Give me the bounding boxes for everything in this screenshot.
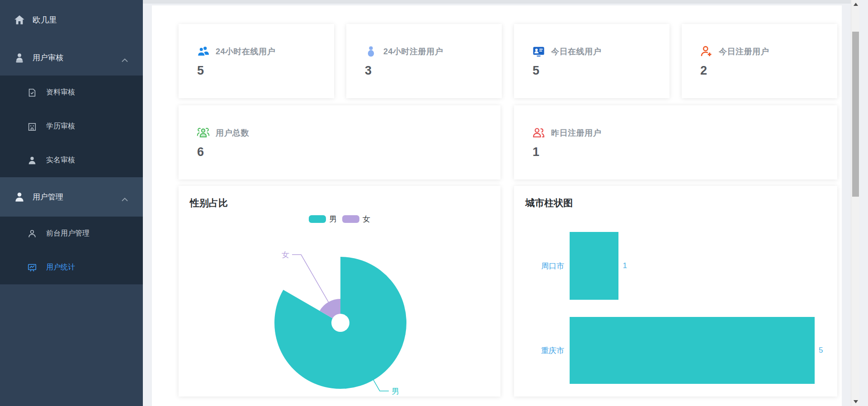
user-filled-icon [27,156,37,165]
sidebar-item-label: 实名审核 [46,156,75,165]
sidebar-item-label: 用户统计 [46,263,75,272]
scrollbar-up-arrow[interactable] [851,0,860,9]
stat-label: 24小时在线用户 [216,46,275,57]
stat-card-registered-yesterday: 昨日注册用户 1 [514,105,837,179]
chart-board-icon [27,263,37,273]
sidebar-item-material-audit[interactable]: 资料审核 [0,76,143,109]
bar [570,317,815,384]
vertical-scrollbar[interactable] [851,0,859,406]
users-filled-icon [197,45,210,58]
user-filled-icon [364,45,377,58]
gender-pie-chart: 男女 [179,186,500,397]
sidebar-item-user-statistics[interactable]: 用户统计 [0,250,143,284]
users-outline-icon [532,126,545,139]
triangle-up-icon [854,3,858,6]
stat-label: 24小时注册用户 [383,46,443,57]
pie-callout-line [292,255,329,302]
app-title: 欧几里 [33,14,57,25]
stat-value: 5 [533,64,539,78]
sidebar-item-education-audit[interactable]: 学历审核 [0,109,143,143]
sidebar-item-user-audit[interactable]: 用户审核 [0,40,143,76]
main-content: 24小时在线用户 5 24小时注册用户 3 今日在线用户 5 [143,0,859,406]
stat-card-registered-today: 今日注册用户 2 [682,24,837,98]
stat-value: 3 [365,64,372,78]
scrollbar-thumb[interactable] [852,32,859,197]
gender-pie-chart-card: 性别占比 男 女 男女 [179,186,500,397]
sidebar-item-label: 用户审核 [33,52,63,63]
stat-label: 今日注册用户 [719,46,769,57]
document-check-icon [27,88,37,98]
bar-category-label: 重庆市 [514,317,564,384]
stat-label: 今日在线用户 [551,46,601,57]
stat-value: 6 [197,145,204,159]
stat-card-online-today: 今日在线用户 5 [514,24,670,98]
city-bar-chart-card: 城市柱状图 周口市 1 重庆市 5 [514,186,837,397]
user-plus-icon [700,45,713,58]
id-card-icon [532,45,545,58]
bar-value-label: 1 [623,232,627,300]
sidebar-item-user-management[interactable]: 用户管理 [0,177,143,217]
sidebar-item-label: 资料审核 [46,88,75,97]
top-strip [143,0,859,4]
user-outline-icon [27,229,37,239]
sidebar-item-home[interactable]: 欧几里 [0,0,143,40]
stat-card-online-24h: 24小时在线用户 5 [179,24,334,98]
sidebar: 欧几里 用户审核 资料审核 学历审核 实名审核 [0,0,143,406]
bar-category-label: 周口市 [514,232,564,300]
pie-center-hole [331,314,349,332]
school-building-icon [27,122,37,132]
submenu-user-management: 前台用户管理 用户统计 [0,217,143,284]
chart-title: 城市柱状图 [525,197,573,209]
pie-callout-line [373,380,389,391]
content-panel: 24小时在线用户 5 24小时注册用户 3 今日在线用户 5 [152,5,842,406]
pie-slice-label: 男 [392,387,399,396]
submenu-user-audit: 资料审核 学历审核 实名审核 [0,76,143,177]
bar-value-label: 5 [819,317,823,384]
stat-label: 用户总数 [216,127,249,138]
stat-card-total-users: 用户总数 6 [179,105,500,179]
sidebar-item-label: 用户管理 [33,192,63,202]
triangle-down-icon [854,400,858,403]
sidebar-item-realname-audit[interactable]: 实名审核 [0,143,143,177]
stat-value: 2 [700,64,707,78]
scrollbar-down-arrow[interactable] [851,397,860,406]
sidebar-filler [0,284,143,406]
sidebar-item-label: 学历审核 [46,122,75,131]
bar [570,232,618,300]
chevron-up-icon [121,56,128,60]
stat-label: 昨日注册用户 [551,127,601,138]
stat-card-registered-24h: 24小时注册用户 3 [346,24,502,98]
user-filled-icon [14,191,25,203]
users-group-icon [197,126,210,139]
chevron-up-icon [121,195,128,199]
home-icon [14,14,25,26]
bar-row: 重庆市 5 [514,317,837,384]
stat-value: 5 [197,64,204,78]
sidebar-item-label: 前台用户管理 [46,229,90,238]
bar-row: 周口市 1 [514,232,837,300]
stat-value: 1 [533,145,539,159]
pie-slice-label: 女 [282,250,289,259]
sidebar-item-front-user-management[interactable]: 前台用户管理 [0,217,143,250]
user-badge-icon [14,52,25,64]
